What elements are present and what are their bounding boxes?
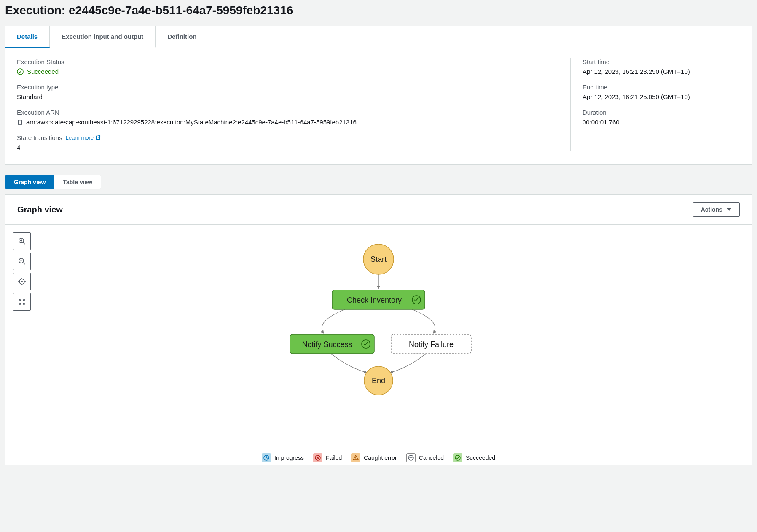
duration-label: Duration [583, 109, 740, 116]
minus-circle-icon [408, 455, 414, 461]
zoom-in-button[interactable] [13, 232, 31, 250]
arn-label: Execution ARN [17, 109, 558, 116]
table-view-button[interactable]: Table view [54, 175, 101, 189]
zoom-out-icon [18, 258, 26, 265]
type-value: Standard [17, 93, 558, 100]
node-notify-failure[interactable]: Notify Failure [391, 334, 471, 354]
svg-point-35 [355, 459, 356, 459]
tab-io[interactable]: Execution input and output [50, 26, 156, 48]
copy-icon[interactable] [17, 119, 23, 125]
tab-details[interactable]: Details [5, 26, 50, 48]
node-end[interactable]: End [364, 366, 393, 395]
graph-view-title: Graph view [17, 205, 63, 215]
zoom-in-icon [18, 237, 26, 245]
legend-succeeded: Succeeded [453, 453, 495, 462]
end-label: End time [583, 83, 740, 91]
legend-in-progress: In progress [262, 453, 304, 462]
legend-failed: Failed [313, 453, 342, 462]
check-circle-icon [455, 455, 461, 461]
legend-canceled: Canceled [406, 453, 444, 462]
state-machine-graph[interactable]: Start Check Inventory Notify Success [273, 242, 484, 403]
start-label: Start time [583, 58, 740, 65]
svg-text:Start: Start [370, 255, 387, 263]
arn-value: arn:aws:states:ap-southeast-1:6712292952… [26, 118, 357, 126]
status-label: Execution Status [17, 58, 558, 65]
svg-rect-1 [19, 121, 22, 124]
status-value: Succeeded [27, 68, 59, 75]
graph-view-button[interactable]: Graph view [5, 175, 54, 189]
zoom-out-button[interactable] [13, 253, 31, 270]
svg-text:End: End [372, 376, 385, 385]
crosshair-icon [18, 278, 26, 285]
view-toggle: Graph view Table view [5, 175, 101, 189]
check-circle-icon [17, 68, 24, 75]
svg-text:Check Inventory: Check Inventory [347, 296, 402, 304]
svg-text:Notify Failure: Notify Failure [409, 340, 454, 349]
actions-button[interactable]: Actions [693, 202, 740, 217]
external-link-icon [95, 135, 101, 140]
end-value: Apr 12, 2023, 16:21:25.050 (GMT+10) [583, 93, 740, 100]
graph-legend: In progress Failed Caught error [262, 453, 495, 462]
legend-caught: Caught error [351, 453, 397, 462]
svg-line-3 [23, 242, 25, 244]
start-value: Apr 12, 2023, 16:21:23.290 (GMT+10) [583, 68, 740, 75]
duration-value: 00:00:01.760 [583, 118, 740, 126]
clock-icon [263, 455, 269, 461]
fullscreen-button[interactable] [13, 293, 31, 311]
warning-icon [353, 455, 359, 461]
node-check-inventory[interactable]: Check Inventory [332, 290, 425, 309]
learn-more-link[interactable]: Learn more [66, 134, 101, 141]
details-panel: Execution Status Succeeded Execution typ… [5, 48, 752, 165]
type-label: Execution type [17, 83, 558, 91]
page-title: Execution: e2445c9e-7a4e-b511-64a7-5959f… [5, 4, 752, 17]
transitions-label: State transitions [17, 134, 62, 141]
svg-text:Notify Success: Notify Success [302, 340, 352, 349]
transitions-value: 4 [17, 144, 558, 151]
tabs-container: Details Execution input and output Defin… [5, 26, 752, 48]
expand-icon [19, 298, 25, 305]
svg-line-7 [23, 263, 25, 264]
x-circle-icon [315, 455, 321, 461]
caret-down-icon [727, 207, 732, 212]
svg-point-10 [21, 281, 23, 282]
graph-container: Graph view Actions [5, 194, 752, 465]
node-start[interactable]: Start [363, 244, 394, 274]
center-button[interactable] [13, 273, 31, 290]
page-header: Execution: e2445c9e-7a4e-b511-64a7-5959f… [0, 0, 757, 26]
tab-definition[interactable]: Definition [156, 26, 208, 48]
node-notify-success[interactable]: Notify Success [290, 334, 374, 354]
